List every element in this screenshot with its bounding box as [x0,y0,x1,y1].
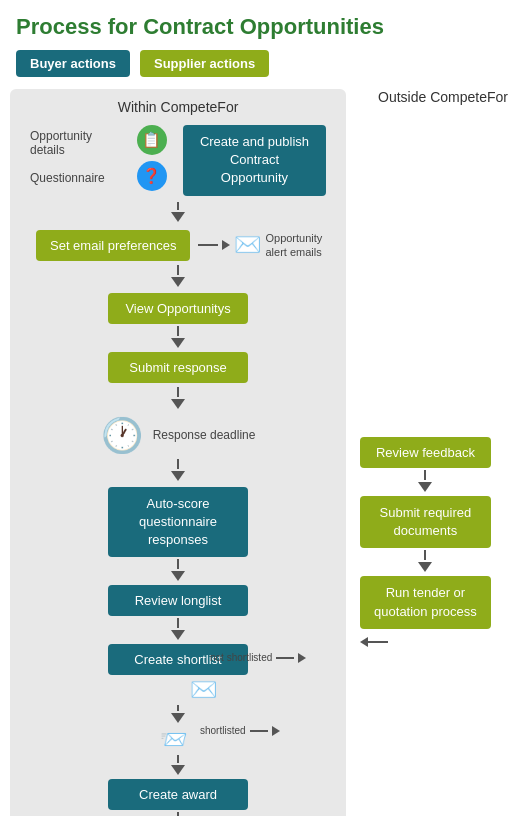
submit-response-button[interactable]: Submit response [108,352,248,383]
questionnaire-label: Questionnaire [30,171,127,185]
opportunity-details-icon: 📋 [137,125,167,155]
view-opportunity-button[interactable]: View Opportunitys [108,293,248,324]
opportunity-details-label: Opportunity details [30,129,127,157]
buyer-badge[interactable]: Buyer actions [16,50,130,77]
shortlisted-envelope-icon: 📨 [160,727,187,753]
run-tender-button[interactable]: Run tender or quotation process [360,576,491,628]
within-competefor-section: Within CompeteFor Opportunity details Qu… [10,89,346,816]
not-shortlisted-envelope-icon: ✉️ [190,677,217,703]
not-shortlisted-label: not shortlisted [210,652,272,663]
email-alert-icon: ✉️ [234,232,261,258]
email-alert-label: Opportunity alert emails [265,231,335,260]
page-title: Process for Contract Opportunities [0,0,528,50]
set-email-button[interactable]: Set email preferences [36,230,190,261]
questionnaire-icon: ❓ [137,161,167,191]
clock-icon: 🕐 [101,415,143,455]
within-label: Within CompeteFor [20,99,336,115]
supplier-badge[interactable]: Supplier actions [140,50,269,77]
review-feedback-button[interactable]: Review feedback [360,437,491,468]
create-award-button[interactable]: Create award [108,779,248,810]
shortlisted-label: shortlisted [200,725,246,736]
create-publish-button[interactable]: Create and publish Contract Opportunity [183,125,326,196]
submit-required-button[interactable]: Submit required documents [360,496,491,548]
review-longlist-button[interactable]: Review longlist [108,585,248,616]
outside-label: Outside CompeteFor [378,89,508,105]
auto-score-button[interactable]: Auto-score questionnaire responses [108,487,248,558]
response-deadline-label: Response deadline [153,428,256,442]
